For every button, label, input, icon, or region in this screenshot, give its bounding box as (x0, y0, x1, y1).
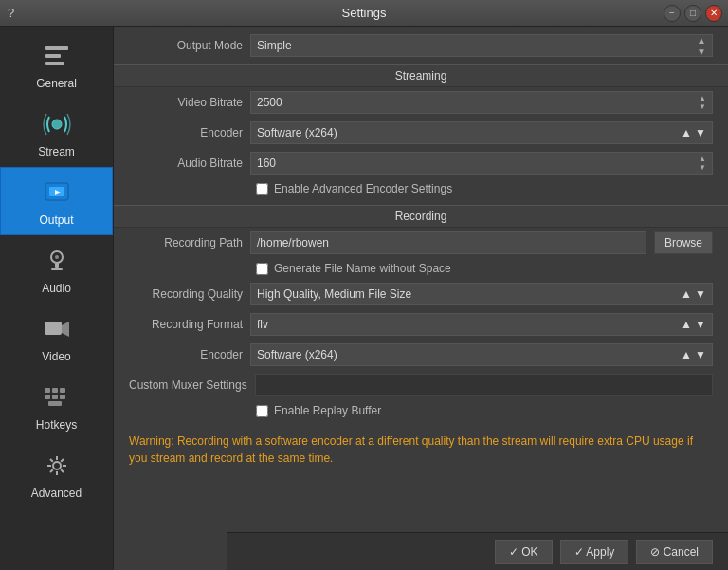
recording-encoder-row: Encoder Software (x264) ▲ ▼ (114, 340, 728, 370)
recording-path-value: /home/rbowen (257, 236, 329, 249)
stream-icon (40, 107, 74, 141)
audio-bitrate-label: Audio Bitrate (129, 156, 243, 170)
custom-muxer-label: Custom Muxer Settings (129, 378, 247, 392)
replay-buffer-checkbox[interactable] (256, 405, 268, 417)
recording-format-arrow: ▲ ▼ (681, 318, 706, 331)
cancel-label: ⊘ Cancel (650, 545, 699, 559)
sidebar-item-audio[interactable]: Audio (0, 235, 113, 303)
svg-marker-13 (62, 322, 69, 337)
ok-label: ✓ OK (509, 545, 538, 559)
sidebar: General Stream (0, 27, 114, 570)
svg-rect-1 (46, 54, 61, 58)
sidebar-item-stream[interactable]: Stream (0, 99, 113, 167)
svg-rect-14 (45, 388, 50, 393)
sidebar-item-video[interactable]: Video (0, 303, 113, 372)
advanced-encoder-checkbox[interactable] (256, 183, 268, 195)
sidebar-advanced-label: Advanced (31, 487, 82, 500)
recording-path-row: Recording Path /home/rbowen Browse (114, 228, 728, 258)
streaming-encoder-select[interactable]: Software (x264) ▲ ▼ (250, 121, 713, 144)
recording-format-label: Recording Format (129, 318, 243, 331)
streaming-encoder-label: Encoder (129, 126, 243, 139)
hotkeys-icon (40, 380, 74, 414)
spin-up[interactable]: ▲ (699, 95, 706, 102)
audio-bitrate-spinbox[interactable]: ▲ ▼ (699, 156, 706, 172)
titlebar: ? Settings − □ ✕ (0, 0, 728, 27)
content-area: Output Mode Simple ▲ ▼ Streaming Video B… (114, 27, 728, 570)
recording-path-label: Recording Path (129, 236, 243, 249)
recording-encoder-select[interactable]: Software (x264) ▲ ▼ (250, 343, 713, 366)
svg-rect-20 (48, 401, 62, 406)
video-bitrate-input[interactable]: 2500 ▲ ▼ (250, 91, 713, 114)
output-icon (40, 175, 74, 210)
generate-filename-label: Generate File Name without Space (274, 262, 451, 275)
output-mode-row: Output Mode Simple ▲ ▼ (114, 27, 728, 64)
advanced-encoder-label: Enable Advanced Encoder Settings (274, 182, 452, 195)
audio-bitrate-row: Audio Bitrate 160 ▲ ▼ (114, 148, 728, 178)
close-button[interactable]: ✕ (705, 5, 722, 22)
sidebar-video-label: Video (42, 350, 70, 363)
sidebar-item-general[interactable]: General (0, 30, 113, 99)
sidebar-stream-label: Stream (38, 145, 75, 158)
svg-rect-19 (60, 395, 65, 399)
window-title: Settings (342, 6, 387, 20)
browse-button[interactable]: Browse (654, 231, 713, 254)
cancel-button[interactable]: ⊘ Cancel (636, 540, 713, 564)
svg-point-3 (52, 120, 62, 129)
video-bitrate-spinbox[interactable]: ▲ ▼ (699, 95, 706, 111)
spin-down[interactable]: ▼ (699, 103, 706, 111)
window-controls: − □ ✕ (664, 5, 722, 22)
replay-buffer-row: Enable Replay Buffer (114, 400, 728, 421)
advanced-encoder-row: Enable Advanced Encoder Settings (114, 178, 728, 199)
streaming-encoder-row: Encoder Software (x264) ▲ ▼ (114, 118, 728, 148)
svg-rect-5 (49, 202, 64, 204)
audio-bitrate-input[interactable]: 160 ▲ ▼ (250, 152, 713, 175)
generate-filename-checkbox[interactable] (256, 263, 268, 275)
recording-path-input[interactable]: /home/rbowen (250, 231, 646, 254)
svg-point-11 (55, 255, 59, 259)
advanced-icon (40, 449, 74, 483)
svg-rect-17 (45, 395, 50, 399)
recording-header: Recording (114, 205, 728, 228)
minimize-button[interactable]: − (664, 5, 681, 22)
video-bitrate-row: Video Bitrate 2500 ▲ ▼ (114, 87, 728, 118)
output-mode-select[interactable]: Simple ▲ ▼ (250, 34, 713, 57)
svg-point-21 (53, 462, 61, 469)
svg-rect-18 (52, 395, 58, 399)
warning-text: Warning: Recording with a software encod… (114, 421, 728, 478)
output-mode-label: Output Mode (129, 39, 243, 52)
main-layout: General Stream (0, 27, 728, 570)
spin-up[interactable]: ▲ (699, 156, 706, 163)
sidebar-audio-label: Audio (42, 282, 71, 295)
sidebar-item-advanced[interactable]: Advanced (0, 440, 113, 508)
streaming-header: Streaming (114, 64, 728, 87)
maximize-button[interactable]: □ (684, 5, 701, 22)
svg-rect-0 (46, 46, 68, 50)
custom-muxer-input[interactable] (255, 374, 713, 396)
output-mode-value: Simple (257, 39, 292, 52)
ok-button[interactable]: ✓ OK (495, 540, 553, 564)
sidebar-item-output[interactable]: Output (0, 167, 113, 235)
recording-quality-arrow: ▲ ▼ (681, 287, 706, 301)
recording-encoder-value: Software (x264) (257, 348, 337, 361)
replay-buffer-label: Enable Replay Buffer (274, 404, 381, 417)
streaming-encoder-arrow: ▲ ▼ (681, 126, 706, 139)
help-icon[interactable]: ? (8, 6, 14, 20)
sidebar-item-hotkeys[interactable]: Hotkeys (0, 372, 113, 440)
audio-bitrate-value: 160 (257, 156, 276, 170)
recording-quality-select[interactable]: High Quality, Medium File Size ▲ ▼ (250, 283, 713, 305)
svg-rect-12 (45, 322, 62, 335)
svg-rect-9 (55, 263, 59, 268)
svg-rect-15 (52, 388, 58, 393)
footer: ✓ OK ✓ Apply ⊘ Cancel (228, 532, 728, 570)
general-icon (40, 39, 74, 73)
video-bitrate-value: 2500 (257, 96, 282, 109)
apply-button[interactable]: ✓ Apply (560, 540, 629, 564)
browse-label: Browse (664, 236, 702, 249)
recording-format-select[interactable]: flv ▲ ▼ (250, 313, 713, 336)
spin-down[interactable]: ▼ (699, 164, 706, 172)
recording-format-value: flv (257, 318, 268, 331)
generate-filename-row: Generate File Name without Space (114, 258, 728, 279)
svg-rect-16 (60, 388, 65, 393)
video-bitrate-label: Video Bitrate (129, 96, 243, 109)
video-icon (40, 312, 74, 346)
